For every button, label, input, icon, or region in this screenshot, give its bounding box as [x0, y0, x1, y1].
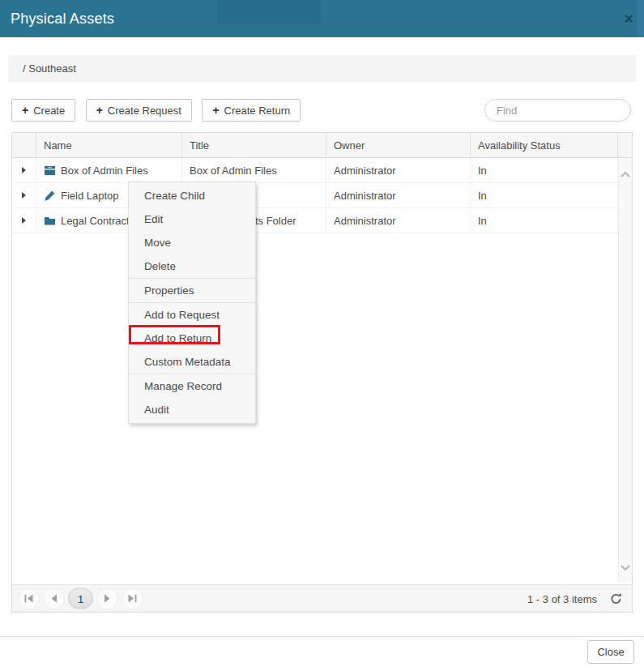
- menu-item-manage-record[interactable]: Manage Record: [129, 374, 255, 398]
- table-row[interactable]: Box of Admin Files Box of Admin Files Ad…: [12, 158, 632, 183]
- previous-page-button[interactable]: [43, 588, 65, 609]
- pager-status-text: 1 - 3 of 3 items: [527, 592, 597, 605]
- find-input[interactable]: [484, 99, 631, 122]
- create-button[interactable]: + Create: [11, 99, 75, 122]
- menu-item-custom-metadata[interactable]: Custom Metadata: [129, 350, 255, 374]
- toolbar: + Create + Create Request + Create Retur…: [11, 99, 633, 123]
- last-page-button[interactable]: [122, 588, 143, 609]
- vertical-scrollbar[interactable]: [618, 158, 632, 582]
- asset-owner: Administrator: [326, 158, 471, 182]
- menu-item-create-child[interactable]: Create Child: [129, 184, 255, 207]
- asset-status: In: [471, 208, 618, 233]
- create-button-label: Create: [33, 105, 65, 117]
- footer-divider: [0, 636, 644, 637]
- assets-grid: Name Title Owner Availability Status Box…: [11, 132, 633, 613]
- create-return-button-label: Create Return: [224, 105, 291, 117]
- dialog-title: Physical Assets: [11, 11, 114, 28]
- menu-item-properties[interactable]: Properties: [129, 279, 255, 302]
- box-icon: [44, 165, 56, 177]
- refresh-icon: [609, 592, 623, 605]
- create-request-button-label: Create Request: [108, 105, 181, 117]
- header-shade: [217, 0, 321, 24]
- menu-item-move[interactable]: Move: [129, 231, 255, 254]
- asset-name: Field Laptop: [61, 190, 119, 202]
- expand-arrow-icon[interactable]: [22, 217, 26, 224]
- pencil-icon: [44, 190, 56, 202]
- asset-name: Legal Contracts: [61, 215, 134, 227]
- header-edge-strip: [637, 0, 644, 37]
- dialog-header: Physical Assets ×: [0, 0, 644, 37]
- pager: 1 1 - 3 of 3 items: [12, 584, 632, 612]
- refresh-button[interactable]: [609, 592, 623, 605]
- close-icon[interactable]: ×: [624, 11, 633, 27]
- current-page-button[interactable]: 1: [68, 588, 93, 609]
- first-page-button[interactable]: [18, 588, 40, 609]
- table-row[interactable]: Legal Contracts Legal Contracts Folder A…: [12, 208, 632, 233]
- column-header-name[interactable]: Name: [36, 133, 182, 157]
- first-page-icon: [24, 595, 33, 603]
- asset-status: In: [471, 158, 618, 182]
- grid-header-row: Name Title Owner Availability Status: [12, 133, 632, 158]
- scroll-down-icon[interactable]: [621, 559, 630, 574]
- asset-owner: Administrator: [326, 183, 471, 207]
- last-page-icon: [128, 595, 137, 603]
- create-request-button[interactable]: + Create Request: [86, 99, 192, 122]
- menu-item-delete[interactable]: Delete: [129, 254, 255, 278]
- folder-icon: [44, 215, 56, 227]
- asset-title: Box of Admin Files: [182, 158, 326, 182]
- plus-icon: +: [22, 104, 28, 117]
- create-return-button[interactable]: + Create Return: [202, 99, 301, 122]
- breadcrumb-path: / Southeast: [23, 62, 76, 75]
- column-expander: [12, 133, 36, 157]
- context-menu: Create Child Edit Move Delete Properties…: [128, 182, 256, 424]
- menu-item-edit[interactable]: Edit: [129, 207, 255, 231]
- next-page-button[interactable]: [96, 588, 118, 609]
- menu-item-add-to-return[interactable]: Add to Return: [129, 327, 255, 350]
- next-page-icon: [104, 595, 111, 603]
- plus-icon: +: [212, 104, 219, 117]
- breadcrumb: / Southeast: [8, 55, 636, 82]
- close-button[interactable]: Close: [587, 640, 634, 664]
- previous-page-icon: [50, 595, 58, 603]
- asset-owner: Administrator: [326, 208, 471, 233]
- column-header-availability-status[interactable]: Availability Status: [471, 133, 618, 157]
- menu-item-add-to-request[interactable]: Add to Request: [129, 303, 255, 327]
- column-header-owner[interactable]: Owner: [326, 133, 471, 157]
- menu-item-audit[interactable]: Audit: [129, 398, 255, 421]
- asset-name: Box of Admin Files: [61, 165, 148, 177]
- expand-arrow-icon[interactable]: [22, 192, 26, 199]
- column-header-title[interactable]: Title: [182, 133, 326, 157]
- scroll-up-icon[interactable]: [621, 166, 630, 181]
- physical-assets-dialog: Physical Assets × / Southeast + Create +…: [0, 0, 644, 671]
- plus-icon: +: [96, 104, 103, 117]
- asset-status: In: [471, 183, 618, 207]
- table-row[interactable]: Field Laptop Field Laptop Administrator …: [12, 183, 632, 208]
- column-header-spacer: [618, 133, 632, 157]
- expand-arrow-icon[interactable]: [22, 167, 26, 173]
